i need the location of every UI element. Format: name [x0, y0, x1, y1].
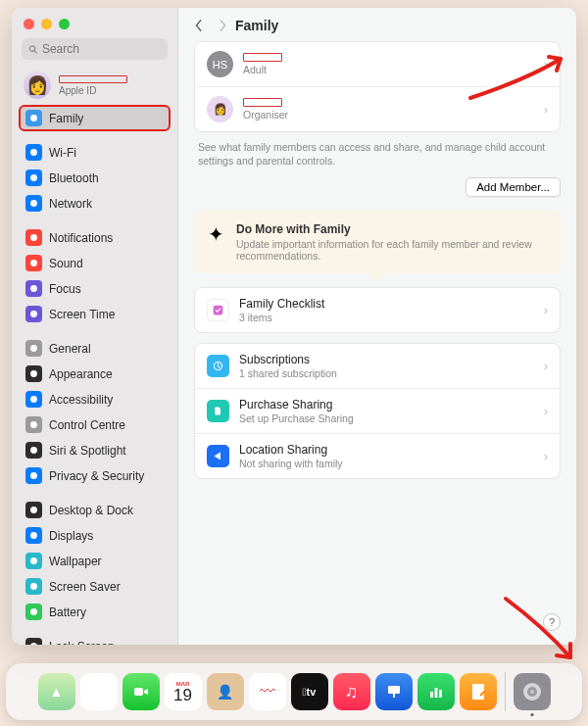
sidebar-item-label: Bluetooth [49, 171, 99, 185]
family-checklist-row[interactable]: Family Checklist 3 items › [195, 288, 560, 332]
sidebar-item-screen-saver[interactable]: Screen Saver [20, 574, 170, 599]
search-field[interactable] [22, 38, 168, 60]
sidebar-item-family[interactable]: Family [20, 106, 170, 130]
sidebar-icon [25, 442, 42, 459]
sidebar-item-lock-screen[interactable]: Lock Screen [20, 634, 170, 645]
dock-calendar[interactable]: MAR19 [165, 673, 202, 710]
svg-point-10 [30, 396, 37, 403]
purchase-sharing-row[interactable]: Purchase SharingSet up Purchase Sharing› [195, 388, 560, 433]
member-role: Organiser [243, 109, 534, 121]
sidebar-item-appearance[interactable]: Appearance [20, 362, 170, 386]
option-sub: Not sharing with family [239, 458, 534, 469]
svg-point-15 [30, 532, 37, 539]
sidebar-item-label: Displays [49, 529, 93, 543]
dock-freeform[interactable]: 〰 [249, 673, 286, 710]
search-icon [28, 44, 38, 55]
dock-tv[interactable]: tv [291, 673, 328, 710]
chevron-right-icon: › [544, 360, 548, 373]
sidebar-item-network[interactable]: Network [20, 191, 170, 216]
option-title: Subscriptions [239, 353, 534, 366]
sidebar-icon [25, 280, 42, 297]
svg-point-14 [30, 507, 37, 513]
svg-point-1 [30, 149, 37, 156]
member-name-redacted [243, 98, 282, 107]
member-role: Adult [243, 64, 534, 75]
svg-point-3 [30, 200, 37, 207]
sidebar-item-notifications[interactable]: Notifications [20, 225, 170, 250]
dock-numbers[interactable] [417, 673, 455, 710]
svg-point-7 [30, 311, 37, 317]
sidebar-item-sound[interactable]: Sound [20, 251, 170, 275]
dock-facetime[interactable] [122, 673, 160, 710]
dock-settings[interactable] [514, 673, 551, 710]
sidebar-item-label: Appearance [49, 367, 113, 381]
dock-maps[interactable]: ▲ [38, 673, 75, 710]
chevron-right-icon: › [544, 103, 548, 117]
dock-photos[interactable]: ❋ [80, 673, 118, 710]
sidebar-item-label: Wallpaper [49, 555, 102, 568]
svg-point-9 [30, 370, 37, 377]
location-sharing-row[interactable]: Location SharingNot sharing with family› [195, 433, 560, 478]
sidebar-item-label: Wi-Fi [49, 146, 76, 160]
svg-rect-27 [434, 688, 437, 698]
chevron-right-icon: › [544, 450, 548, 463]
help-button[interactable]: ? [543, 613, 561, 631]
sidebar-item-label: Battery [49, 605, 86, 619]
svg-point-13 [30, 472, 37, 479]
sidebar-icon [25, 255, 42, 271]
svg-point-12 [30, 447, 37, 454]
sidebar-item-wallpaper[interactable]: Wallpaper [20, 549, 170, 573]
sidebar-icon [25, 502, 42, 518]
sidebar-item-label: Desktop & Dock [49, 504, 133, 517]
sidebar-item-label: General [49, 342, 91, 356]
svg-point-11 [30, 421, 37, 428]
sidebar-item-desktop-dock[interactable]: Desktop & Dock [20, 498, 170, 522]
main-header: Family [178, 8, 576, 41]
sidebar-item-label: Notifications [49, 231, 113, 245]
sidebar-item-accessibility[interactable]: Accessibility [20, 387, 170, 411]
sidebar-item-privacy-security[interactable]: Privacy & Security [20, 463, 170, 488]
sparkle-icon: ✦ [208, 222, 224, 246]
checklist-title: Family Checklist [239, 297, 534, 311]
sidebar-item-wi-fi[interactable]: Wi-Fi [20, 140, 170, 165]
close-button[interactable] [24, 19, 34, 29]
sidebar-icon [25, 604, 42, 620]
sidebar-item-label: Accessibility [49, 393, 113, 407]
add-member-button[interactable]: Add Member... [466, 177, 561, 197]
avatar: 👩 [24, 72, 51, 99]
sidebar-item-control-centre[interactable]: Control Centre [20, 412, 170, 437]
svg-rect-26 [430, 692, 433, 698]
sidebar: 👩 Apple ID FamilyWi-FiBluetoothNetworkNo… [12, 8, 178, 645]
minimize-button[interactable] [41, 19, 52, 29]
subscriptions-row[interactable]: Subscriptions1 shared subscription› [195, 344, 560, 388]
dock-pages[interactable] [460, 673, 497, 710]
nav-forward-button[interactable] [218, 19, 227, 32]
sidebar-item-label: Family [49, 112, 83, 125]
sidebar-item-general[interactable]: General [20, 336, 170, 361]
search-input[interactable] [42, 42, 161, 56]
sidebar-item-bluetooth[interactable]: Bluetooth [20, 166, 170, 190]
fullscreen-button[interactable] [59, 19, 70, 29]
sidebar-item-siri-spotlight[interactable]: Siri & Spotlight [20, 438, 170, 462]
dock-keynote[interactable] [375, 673, 413, 710]
sidebar-item-label: Sound [49, 257, 83, 270]
sidebar-icon [25, 416, 42, 433]
sidebar-item-screen-time[interactable]: Screen Time [20, 302, 170, 326]
sidebar-item-displays[interactable]: Displays [20, 523, 170, 548]
svg-point-32 [530, 690, 534, 694]
sidebar-icon [25, 365, 42, 382]
family-member-row[interactable]: 👩Organiser› [195, 86, 560, 131]
sidebar-item-battery[interactable]: Battery [20, 600, 170, 624]
sidebar-item-label: Privacy & Security [49, 469, 144, 483]
sidebar-item-label: Screen Time [49, 308, 115, 321]
dock-contacts[interactable]: 👤 [207, 673, 244, 710]
sidebar-item-focus[interactable]: Focus [20, 276, 170, 301]
sidebar-icon [25, 110, 42, 126]
sidebar-icon [25, 195, 42, 212]
checklist-sub: 3 items [239, 312, 534, 323]
banner-sub: Update important information for each fa… [236, 238, 547, 262]
nav-back-button[interactable] [194, 19, 204, 32]
dock-music[interactable]: ♫ [333, 673, 370, 710]
apple-id-row[interactable]: 👩 Apple ID [20, 69, 170, 105]
family-member-row[interactable]: HSAdult› [195, 42, 560, 86]
